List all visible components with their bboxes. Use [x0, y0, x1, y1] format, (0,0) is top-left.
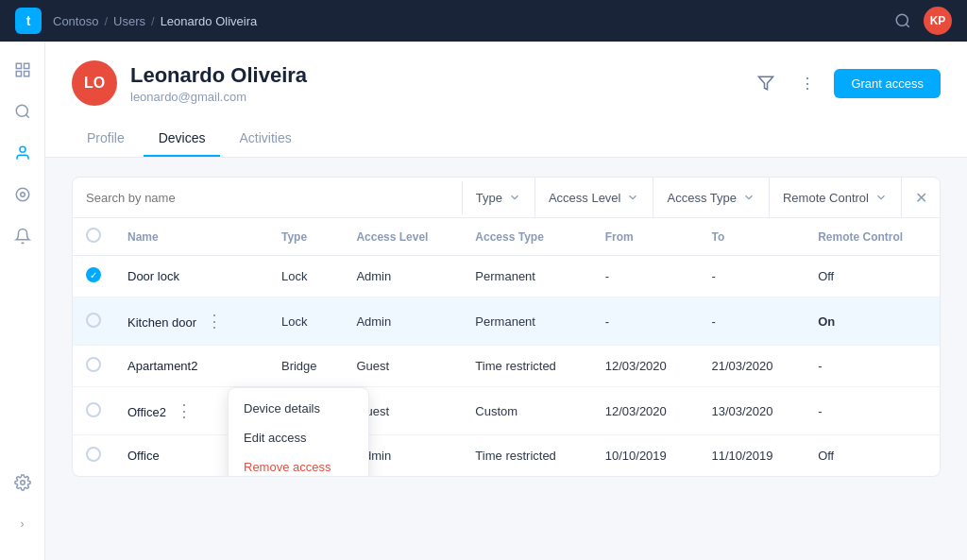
device-to: -: [698, 297, 805, 346]
select-all-checkbox[interactable]: [86, 228, 101, 243]
search-input-wrap: [73, 181, 463, 214]
tab-profile[interactable]: Profile: [72, 121, 140, 157]
sidebar-item-notifications[interactable]: [6, 219, 40, 253]
svg-point-6: [16, 105, 27, 116]
svg-rect-4: [24, 72, 28, 76]
sidebar: ›: [0, 42, 45, 560]
device-remote-control: Off: [805, 435, 940, 477]
devices-section: Type Access Level Access Type Remote Con…: [45, 158, 967, 560]
col-remote-control: Remote Control: [805, 218, 940, 256]
col-name: Name: [114, 218, 268, 256]
grant-access-button[interactable]: Grant access: [834, 69, 941, 98]
user-avatar-large: LO: [72, 60, 117, 106]
user-info: Leonardo Oliveira leonardo@gmail.com: [130, 63, 307, 104]
top-nav: t Contoso / Users / Leonardo Oliveira KP: [0, 0, 967, 42]
device-from: -: [592, 297, 699, 346]
tabs: Profile Devices Activities: [72, 121, 941, 157]
access-level-filter[interactable]: Access Level: [535, 178, 654, 217]
row-checkbox[interactable]: [86, 447, 101, 462]
context-menu-device-details[interactable]: Device details: [229, 394, 368, 423]
filter-clear-button[interactable]: ✕: [902, 178, 940, 217]
device-name: Kitchen door: [127, 315, 196, 330]
device-to: 13/03/2020: [698, 387, 805, 435]
device-type: Lock: [268, 297, 343, 346]
device-from: -: [592, 256, 699, 297]
svg-line-1: [906, 24, 908, 26]
sidebar-item-search[interactable]: [6, 94, 40, 128]
svg-rect-2: [16, 63, 21, 68]
search-input[interactable]: [86, 181, 449, 214]
svg-rect-3: [24, 63, 28, 68]
tab-devices[interactable]: Devices: [144, 121, 221, 157]
device-access-level: Guest: [343, 346, 462, 387]
table-row: Apartament2 Bridge Guest Time restricted…: [73, 346, 940, 387]
device-access-level: Admin: [343, 256, 462, 297]
more-button[interactable]: ⋮: [792, 68, 823, 98]
user-header: LO Leonardo Oliveira leonardo@gmail.com …: [45, 42, 967, 158]
device-name: Door lock: [127, 269, 179, 283]
row-checkbox[interactable]: [86, 402, 101, 417]
type-filter[interactable]: Type: [463, 178, 535, 217]
remote-control-filter[interactable]: Remote Control: [770, 178, 902, 217]
device-remote-control: On: [805, 297, 940, 346]
device-type: Lock: [268, 256, 343, 297]
col-from: From: [592, 218, 699, 256]
svg-point-0: [896, 14, 908, 25]
sidebar-item-devices[interactable]: [6, 178, 40, 212]
svg-point-11: [20, 481, 25, 485]
user-name: Leonardo Oliveira: [130, 63, 307, 88]
table-row: Door lock Lock Admin Permanent - - Off: [73, 256, 940, 297]
row-checkbox[interactable]: [86, 267, 101, 282]
svg-line-7: [25, 114, 28, 117]
table-row: Office Lock Admin Time restricted 10/10/…: [73, 435, 940, 477]
user-header-actions: ⋮ Grant access: [751, 68, 941, 98]
device-from: 12/03/2020: [592, 346, 699, 387]
device-access-type: Time restricted: [462, 435, 591, 477]
device-remote-control: -: [805, 387, 940, 435]
row-checkbox[interactable]: [86, 357, 101, 372]
device-name: Office: [127, 449, 160, 463]
tab-activities[interactable]: Activities: [224, 121, 306, 157]
device-to: -: [698, 256, 805, 297]
device-remote-control: Off: [805, 256, 940, 297]
device-name: Office2: [127, 405, 166, 419]
device-to: 21/03/2020: [698, 346, 805, 387]
svg-point-8: [20, 146, 25, 152]
device-access-level: Admin: [343, 297, 462, 346]
context-menu-remove-access[interactable]: Remove access: [229, 452, 368, 477]
device-access-type: Time restricted: [462, 346, 591, 387]
breadcrumb-org[interactable]: Contoso: [53, 14, 98, 28]
search-icon[interactable]: [893, 11, 912, 30]
svg-marker-12: [759, 76, 773, 90]
sidebar-expand-button[interactable]: ›: [6, 507, 40, 541]
sidebar-item-settings[interactable]: [6, 466, 40, 500]
sidebar-item-dashboard[interactable]: [6, 53, 40, 87]
filter-button[interactable]: [751, 68, 781, 98]
sidebar-item-users[interactable]: [6, 136, 40, 170]
svg-point-9: [20, 193, 25, 197]
breadcrumb: Contoso / Users / Leonardo Oliveira: [53, 14, 257, 28]
device-to: 11/10/2019: [698, 435, 805, 477]
context-menu-edit-access[interactable]: Edit access: [229, 423, 368, 452]
col-type: Type: [268, 218, 343, 256]
user-email: leonardo@gmail.com: [130, 90, 307, 104]
col-check: [73, 218, 114, 256]
row-menu-button[interactable]: ⋮: [170, 399, 198, 423]
device-from: 10/10/2019: [592, 435, 699, 477]
access-type-filter[interactable]: Access Type: [653, 178, 769, 217]
devices-table: Name Type Access Level Access Type From …: [72, 218, 941, 477]
breadcrumb-section[interactable]: Users: [113, 14, 145, 28]
col-to: To: [698, 218, 805, 256]
context-menu: Device details Edit access Remove access: [228, 387, 369, 477]
col-access-level: Access Level: [343, 218, 462, 256]
row-checkbox[interactable]: [86, 313, 101, 328]
svg-point-10: [16, 188, 29, 201]
table-row: Office2 ⋮ Device details Edit access Rem…: [73, 387, 940, 435]
device-access-type: Custom: [462, 387, 591, 435]
user-avatar[interactable]: KP: [924, 7, 952, 35]
device-remote-control: -: [805, 346, 940, 387]
device-name: Apartament2: [127, 359, 197, 373]
row-menu-button[interactable]: ⋮: [200, 309, 229, 333]
device-access-type: Permanent: [462, 297, 591, 346]
svg-rect-5: [16, 72, 21, 76]
